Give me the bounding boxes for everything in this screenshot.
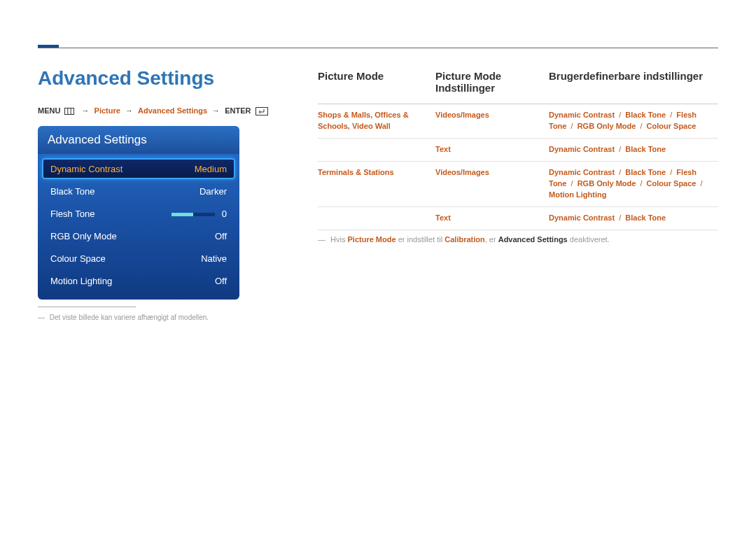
separator-slash: / <box>615 111 625 119</box>
note-text: Hvis <box>330 235 347 244</box>
separator-slash: / <box>615 168 625 176</box>
note-text: deaktiveret. <box>568 235 610 244</box>
settings-table: Picture Mode Picture Mode Indstillinger … <box>318 70 718 251</box>
osd-row-value: Off <box>178 231 227 241</box>
separator-slash: / <box>566 122 577 130</box>
note-picture-mode: Picture Mode <box>348 235 396 244</box>
osd-row-value: Medium <box>178 164 227 174</box>
table-cell-picture-mode-settings: Text <box>435 138 549 161</box>
setting-name: Dynamic Contrast <box>549 111 615 119</box>
footnote-divider <box>38 307 136 307</box>
dash-icon: ― <box>318 235 326 244</box>
osd-row-black-tone[interactable]: Black Tone Darker <box>42 181 235 202</box>
table-header-picture-mode-settings: Picture Mode Indstillinger <box>435 70 549 104</box>
osd-row-value: Off <box>178 276 227 286</box>
setting-name: Black Tone <box>625 213 666 222</box>
setting-name: RGB Only Mode <box>578 122 636 130</box>
osd-row-colour-space[interactable]: Colour Space Native <box>42 248 235 269</box>
arrow-right-icon: → <box>122 106 136 115</box>
setting-name: Colour Space <box>647 179 696 188</box>
table-cell-picture-mode-settings: Text <box>435 206 549 230</box>
slider-icon <box>172 213 215 216</box>
breadcrumb-advanced: Advanced Settings <box>138 106 207 115</box>
osd-row-rgb-only-mode[interactable]: RGB Only Mode Off <box>42 225 235 246</box>
osd-row-label: Motion Lighting <box>50 276 178 286</box>
osd-row-label: Colour Space <box>50 253 178 264</box>
svg-rect-3 <box>255 108 267 115</box>
separator-slash: / <box>615 145 625 153</box>
osd-row-value: Native <box>178 253 227 264</box>
osd-title: Advanced Settings <box>38 126 239 154</box>
table-row: Terminals & StationsVideos/ImagesDynamic… <box>318 161 718 206</box>
table-cell-picture-mode: Shops & Malls, Offices & Schools, Video … <box>318 104 435 139</box>
note-text: er indstillet til <box>396 235 445 244</box>
separator-slash: / <box>666 111 676 119</box>
osd-row-value: 0 <box>172 209 227 219</box>
separator-slash: / <box>696 179 704 188</box>
arrow-right-icon: → <box>209 106 223 115</box>
table-row: Shops & Malls, Offices & Schools, Video … <box>318 104 718 139</box>
table-cell-user-settings: Dynamic Contrast / Black Tone / Flesh To… <box>549 161 718 206</box>
osd-row-flesh-tone[interactable]: Flesh Tone 0 <box>42 203 235 224</box>
footnote-text: Det viste billede kan variere afhængigt … <box>50 314 209 321</box>
enter-icon <box>255 107 268 115</box>
dash-icon: ― <box>38 314 45 321</box>
table-row: TextDynamic Contrast / Black Tone <box>318 206 718 230</box>
setting-name: RGB Only Mode <box>578 179 636 188</box>
table-header-picture-mode: Picture Mode <box>318 70 435 104</box>
header-divider <box>38 48 718 48</box>
separator-slash: / <box>636 179 646 188</box>
table-cell-user-settings: Dynamic Contrast / Black Tone / Flesh To… <box>549 104 718 139</box>
setting-name: Black Tone <box>625 111 666 119</box>
separator-slash: / <box>666 168 676 176</box>
osd-slider-value: 0 <box>222 209 227 219</box>
osd-row-label: Black Tone <box>50 186 178 197</box>
breadcrumb-picture: Picture <box>94 106 120 115</box>
separator-slash: / <box>566 179 577 188</box>
table-note-row: ― Hvis Picture Mode er indstillet til Ca… <box>318 230 718 251</box>
separator-slash: / <box>636 122 646 130</box>
osd-body: Dynamic Contrast Medium Black Tone Darke… <box>38 154 239 300</box>
table-cell-picture-mode <box>318 206 435 230</box>
osd-row-label: RGB Only Mode <box>50 231 178 241</box>
note-calibration: Calibration <box>444 235 484 244</box>
osd-panel: Advanced Settings Dynamic Contrast Mediu… <box>38 126 239 300</box>
svg-rect-0 <box>65 108 74 115</box>
note-advanced-settings: Advanced Settings <box>498 235 568 244</box>
setting-name: Dynamic Contrast <box>549 168 615 176</box>
setting-name: Dynamic Contrast <box>549 145 615 153</box>
osd-row-label: Dynamic Contrast <box>50 164 178 174</box>
footnote: ― Det viste billede kan variere afhængig… <box>38 314 209 321</box>
table-cell-picture-mode <box>318 138 435 161</box>
table-cell-picture-mode: Terminals & Stations <box>318 161 435 206</box>
separator-slash: / <box>615 213 625 222</box>
osd-row-value: Darker <box>178 186 227 197</box>
table-row: TextDynamic Contrast / Black Tone <box>318 138 718 161</box>
page-title: Advanced Settings <box>38 67 214 90</box>
breadcrumb-menu-label: MENU <box>38 106 60 115</box>
menu-grid-icon <box>64 108 74 115</box>
setting-name: Dynamic Contrast <box>549 213 615 222</box>
arrow-right-icon: → <box>79 106 92 115</box>
table-cell-picture-mode-settings: Videos/Images <box>435 104 549 139</box>
breadcrumb-enter-label: ENTER <box>225 106 251 115</box>
osd-row-motion-lighting[interactable]: Motion Lighting Off <box>42 270 235 291</box>
breadcrumb: MENU → Picture → Advanced Settings → ENT… <box>38 106 270 115</box>
setting-name: Motion Lighting <box>549 190 606 199</box>
table-cell-user-settings: Dynamic Contrast / Black Tone <box>549 138 718 161</box>
table-header-user-settings: Brugerdefinerbare indstillinger <box>549 70 718 104</box>
table-cell-picture-mode-settings: Videos/Images <box>435 161 549 206</box>
setting-name: Black Tone <box>625 168 666 176</box>
osd-row-dynamic-contrast[interactable]: Dynamic Contrast Medium <box>42 158 235 179</box>
osd-row-label: Flesh Tone <box>50 209 172 219</box>
setting-name: Colour Space <box>647 122 696 130</box>
setting-name: Black Tone <box>625 145 666 153</box>
note-text: , er <box>485 235 498 244</box>
table-cell-user-settings: Dynamic Contrast / Black Tone <box>549 206 718 230</box>
